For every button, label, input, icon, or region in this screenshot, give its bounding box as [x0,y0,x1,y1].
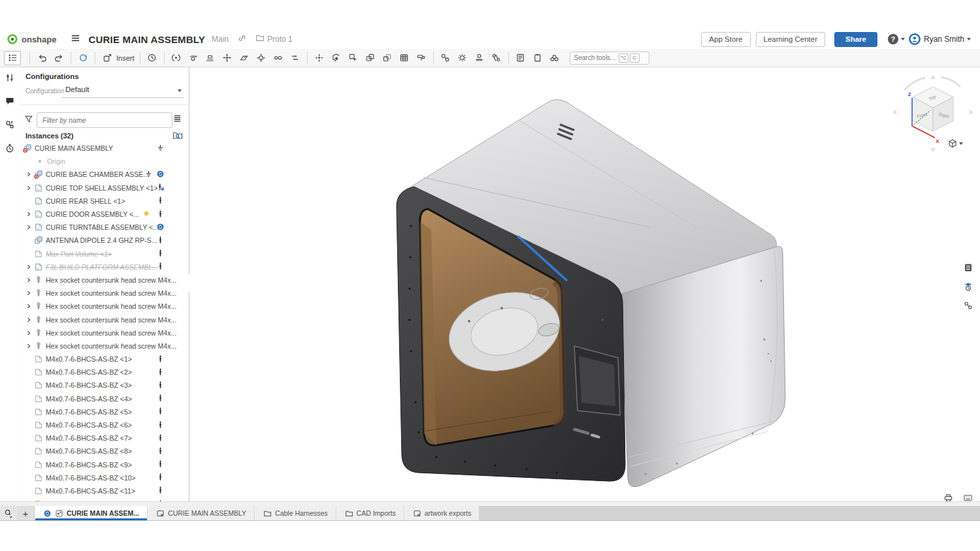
mate-indicator-icon[interactable] [156,420,165,430]
tree-item[interactable]: M4x0.7-6-BHCS-AS-BZ <5> [20,405,189,418]
toggle-instances-icon[interactable] [4,51,21,65]
document-tab[interactable]: artwork exports [404,506,480,520]
tree-item[interactable]: M4x0.7-6-BHCS-AS-BZ <3> [20,379,189,392]
tree-item[interactable]: ANTENNA DIPOLE 2.4 GHZ RP-S... [20,234,189,247]
bom-flyout-icon[interactable] [960,260,976,276]
tree-item[interactable]: CURIE TOP SHELL ASSEMBLY <1> [20,181,189,195]
expand-chevron-icon[interactable] [24,225,33,230]
explode-view-icon[interactable] [312,52,327,65]
tree-item[interactable]: Hex socket countersunk head screw M4x... [20,313,189,326]
mate-indicator-icon[interactable] [156,394,165,403]
mate-indicator-icon[interactable] [156,210,165,219]
tree-item[interactable]: M4x0.7-6-BHCS-AS-BZ <4> [20,392,189,405]
filter-input[interactable] [41,116,168,125]
search-tools-input[interactable] [573,54,617,62]
tree-item[interactable]: Max Part Volume <1> [20,247,189,260]
sync-indicator-icon[interactable] [156,170,165,180]
expand-chevron-icon[interactable] [24,277,33,283]
cylindrical-mate-icon[interactable] [220,52,235,65]
project-name[interactable]: Proto 1 [267,35,293,44]
appearance-flyout-icon[interactable] [960,279,976,294]
learning-center-button[interactable]: Learning Center [756,32,825,47]
insert-label[interactable]: Insert [116,54,135,62]
tree-item[interactable]: CURIE TURNTABLE ASSEMBLY <... [20,221,189,234]
mate-indicator-icon[interactable] [156,486,165,496]
horizontal-scroll-strip[interactable] [0,501,980,506]
rack-pinion-relation-icon[interactable] [472,52,487,65]
mate-indicator-icon[interactable] [156,460,165,469]
tree-item[interactable]: M4x0.7-6-BHCS-AS-BZ <8> [20,445,189,458]
new-tab-button[interactable]: + [17,506,35,520]
mate-indicator-icon[interactable] [156,196,165,206]
tree-item[interactable]: F3L BUILD PLATFORM ASSEMBL... [20,260,189,274]
named-views-icon[interactable] [329,52,344,65]
tree-item[interactable]: M4x0.7-6-BHCS-AS-BZ <11> [20,484,189,497]
tree-item[interactable]: M4x0.7-6-BHCS-AS-BZ <2> [20,366,189,379]
show-in-folder-icon[interactable] [172,130,183,143]
list-options-icon[interactable] [172,114,182,126]
configurations-panel-icon[interactable] [5,72,15,86]
mate-indicator-icon[interactable] [156,473,165,482]
tree-item[interactable]: CURIE DOOR ASSEMBLY <... [20,208,189,221]
ball-mate-icon[interactable] [254,52,269,65]
document-tab[interactable]: Cable Harnesses [255,506,336,520]
gear-relation-icon[interactable] [438,52,453,65]
expand-chevron-icon[interactable] [24,343,33,349]
document-tab[interactable]: CAD Imports [336,506,404,520]
mate-indicator-icon[interactable] [156,381,165,390]
expand-chevron-icon[interactable] [24,212,33,217]
group-parts-icon[interactable] [363,52,378,65]
onshape-logo-icon[interactable] [7,33,18,45]
mate-indicator-icon[interactable] [156,407,165,417]
main-menu-icon[interactable] [71,33,80,46]
document-title[interactable]: CURIE MAIN ASSEMBLY [88,34,205,45]
mate-indicator-icon[interactable] [156,249,165,259]
ground-indicator-icon[interactable] [156,144,165,153]
tree-item[interactable]: Hex socket countersunk head screw M4x... [20,287,189,300]
workspace-name[interactable]: Main [212,35,229,44]
sync-indicator-icon[interactable] [156,223,165,232]
expand-chevron-icon[interactable] [24,330,33,336]
insert-icon[interactable] [100,52,114,65]
mate-indicator-icon[interactable] [156,236,165,245]
tree-item[interactable]: M4x0.7-6-BHCS-AS-BZ <6> [20,418,189,432]
screw-relation-icon[interactable] [455,52,470,65]
share-button[interactable]: Share [834,32,877,47]
viewcube-body[interactable] [913,87,953,131]
comments-panel-icon[interactable] [5,96,15,109]
expand-chevron-icon[interactable] [24,304,33,309]
expand-chevron-icon[interactable] [24,264,33,270]
replicate-icon[interactable] [380,52,395,65]
link-icon[interactable] [238,33,246,45]
view-cube[interactable]: Top Front Right Z X [889,71,980,162]
tree-item[interactable]: M4x0.7-6-BHCS-AS-BZ <7> [20,432,189,445]
view-options-button[interactable] [947,138,963,149]
expand-chevron-icon[interactable] [24,172,33,177]
revolute-mate-icon[interactable] [186,52,201,65]
expand-chevron-icon[interactable] [24,317,33,323]
user-menu[interactable]: Ryan Smith [909,33,971,45]
parallel-mate-icon[interactable] [288,52,302,65]
configuration-flyout-icon[interactable] [960,298,976,313]
ground-indicator-icon[interactable] [144,170,153,180]
tree-item[interactable]: Origin [20,155,189,168]
named-positions-icon[interactable] [145,52,159,65]
drawing-icon[interactable] [514,52,528,65]
tree-item[interactable]: CURIE MAIN ASSEMBLY [20,142,189,155]
versions-panel-icon[interactable] [5,119,15,133]
tree-item[interactable]: M4x0.7-6-BHCS-AS-BZ <1> [20,353,189,366]
belt-relation-icon[interactable] [489,52,504,65]
tree-item[interactable]: Hex socket countersunk head screw M4x... [20,326,189,339]
mate-indicator-icon[interactable] [156,447,165,456]
expand-chevron-icon[interactable] [24,291,33,296]
mate-indicator-icon[interactable] [156,354,165,364]
document-tab[interactable]: CURIE MAIN ASSEM... [35,506,148,520]
graphics-viewport[interactable] [189,67,980,506]
redo-icon[interactable] [52,52,66,65]
planar-mate-icon[interactable] [237,52,252,65]
pin-slot-mate-icon[interactable] [271,52,286,65]
help-button[interactable]: ? [888,34,905,44]
tree-item[interactable]: M4x0.7-6-BHCS-AS-BZ <10> [20,471,189,484]
tree-item[interactable]: CURIE REAR SHELL <1> [20,195,189,208]
select-parts-icon[interactable] [346,52,361,65]
